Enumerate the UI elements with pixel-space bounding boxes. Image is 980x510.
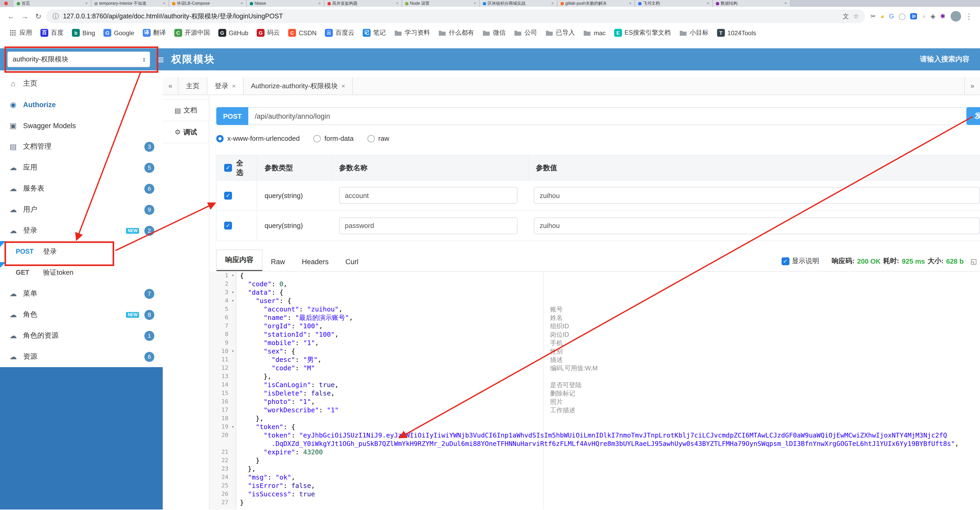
menu-dots-icon[interactable]: ⋮ — [963, 12, 975, 21]
bookmark-item[interactable]: mac — [579, 27, 609, 38]
response-tab[interactable]: 响应内容 — [216, 250, 262, 271]
tab-close-icon[interactable]: × — [163, 1, 165, 6]
browser-tab[interactable]: 飞书文档 × — [635, 0, 713, 7]
browser-tab[interactable]: Node 设置 × — [402, 0, 480, 7]
sidebar-item[interactable]: ☁ 资源 6 — [0, 346, 163, 367]
send-button[interactable]: 发 — [966, 107, 980, 125]
tab-close-icon[interactable]: × — [551, 1, 554, 6]
browser-tab[interactable]: 毕设LB-Compose × — [169, 0, 247, 7]
close-tab-icon[interactable]: × — [342, 82, 345, 89]
bookmark-item[interactable]: 小目标 — [676, 27, 712, 39]
bookmark-item[interactable]: G Google — [100, 27, 138, 38]
palette-icon[interactable]: ◕ — [881, 13, 885, 19]
bookmark-item[interactable]: 百 百度 — [37, 27, 67, 39]
fold-icon[interactable]: ▾ — [230, 288, 236, 297]
sidebar-item[interactable]: ☁ 角色的资源 1 — [0, 325, 163, 346]
sidebar-item[interactable]: ☁ 登录 NEW 2 — [0, 220, 163, 241]
open-doc-tab[interactable]: Authorize-authority-权限模块 × — [243, 77, 353, 94]
tab-close-icon[interactable]: × — [318, 1, 321, 6]
fold-icon[interactable]: ▾ — [230, 423, 236, 431]
tab-close-icon[interactable]: × — [629, 1, 632, 6]
dot-icon[interactable]: ● — [922, 13, 926, 19]
bookmark-item[interactable]: 云 百度云 — [321, 27, 358, 39]
expand-tabs-icon[interactable]: » — [964, 77, 980, 94]
response-tab[interactable]: Raw — [262, 253, 293, 271]
param-checkbox[interactable]: ✓ — [224, 191, 232, 199]
bookmark-item[interactable]: 应用 — [5, 27, 36, 39]
jp-badge-icon[interactable]: jp — [910, 13, 917, 19]
param-name-input[interactable]: account — [339, 187, 517, 204]
bookmark-item[interactable]: b Bing — [68, 27, 99, 38]
tab-close-icon[interactable]: × — [241, 1, 243, 6]
tab-debug[interactable]: ⚙ 调试 — [163, 121, 209, 143]
param-value-input[interactable]: zuihou — [534, 217, 980, 234]
close-tab-icon[interactable]: × — [232, 82, 236, 89]
tab-close-icon[interactable]: × — [474, 1, 476, 6]
select-all-checkbox[interactable]: ✓ — [224, 164, 232, 172]
response-body-editor[interactable]: 1 ▾ { 2 "code": 0, 3 ▾ "data": { 4 ▾ "us… — [210, 271, 980, 510]
ring-icon[interactable]: ◯ — [899, 13, 906, 19]
bookmark-item[interactable]: G GitHub — [215, 27, 252, 38]
sidebar-item[interactable]: ▣ Swagger Models — [0, 115, 163, 136]
browser-tab[interactable]: 数据结构 × — [713, 0, 791, 7]
screenshot-icon[interactable]: ✂ — [870, 13, 876, 19]
tab-close-icon[interactable]: × — [396, 1, 398, 6]
fold-icon[interactable]: ▾ — [230, 347, 236, 355]
sidebar-endpoint-get[interactable]: GET 验证token — [0, 262, 163, 283]
content-type-radio[interactable]: form-data — [313, 134, 353, 142]
bookmark-item[interactable]: E ES搜索引擎文档 — [611, 27, 675, 39]
browser-tab[interactable]: gitlab push失败的解决 × — [557, 0, 635, 7]
sidebar-item[interactable]: ▤ 文档管理 3 — [0, 136, 163, 157]
browser-tab[interactable]: 首页 × — [14, 0, 91, 7]
tab-doc[interactable]: ▤ 文档 — [163, 99, 209, 121]
response-tab[interactable]: Curl — [337, 253, 367, 271]
bookmark-item[interactable]: 已导入 — [542, 27, 578, 39]
tab-close-icon[interactable]: × — [707, 1, 709, 6]
forward-icon[interactable]: → — [19, 12, 30, 21]
sidebar-item[interactable]: ☁ 菜单 7 — [0, 283, 163, 304]
address-bar[interactable]: ⓘ 127.0.0.1:8760/api/gate/doc.html#/auth… — [46, 10, 865, 23]
bookmark-item[interactable]: 学习资料 — [391, 27, 434, 39]
google-icon[interactable]: G — [889, 13, 894, 19]
bookmark-item[interactable]: 公司 — [510, 27, 541, 39]
request-path-input[interactable]: /api/authority/anno/login — [248, 107, 980, 125]
bookmark-item[interactable]: T 1024Tools — [713, 27, 760, 38]
sidebar-item[interactable]: ☁ 服务表 6 — [0, 178, 163, 199]
open-doc-tab[interactable]: 登录 × — [207, 77, 243, 94]
tab-close-icon[interactable]: × — [784, 1, 787, 6]
translate-icon[interactable]: 文 — [843, 12, 849, 21]
param-checkbox[interactable]: ✓ — [224, 222, 232, 230]
param-value-input[interactable]: zuihou — [534, 187, 980, 204]
content-type-radio[interactable]: raw — [367, 134, 389, 142]
show-desc-checkbox[interactable]: ✓ — [781, 257, 789, 265]
profile-avatar[interactable] — [951, 11, 961, 22]
back-icon[interactable]: ← — [5, 12, 17, 21]
bookmark-item[interactable]: 微信 — [479, 27, 509, 39]
module-select[interactable]: authority-权限模块 ▴▾ — [7, 51, 150, 67]
bookmark-item[interactable]: 译 翻译 — [139, 27, 169, 39]
bookmark-item[interactable]: 什么都有 — [434, 27, 478, 39]
browser-tab[interactable]: 高并发架构题 × — [325, 0, 402, 7]
open-doc-tab[interactable]: 主页 — [178, 77, 207, 94]
param-name-input[interactable]: password — [339, 217, 517, 234]
sidebar-item[interactable]: ☁ 用户 9 — [0, 199, 163, 220]
reload-icon[interactable]: ↻ — [33, 12, 44, 21]
bookmark-item[interactable]: C 开源中国 — [170, 27, 213, 39]
bookmark-item[interactable]: C CSDN — [285, 27, 320, 38]
sidebar-item[interactable]: ◉ Authorize — [0, 94, 163, 115]
sidebar-item[interactable]: ☁ 应用 5 — [0, 157, 163, 178]
bookmark-star-icon[interactable]: ☆ — [853, 13, 859, 20]
sidebar-item[interactable]: ⌂ 主页 — [0, 73, 163, 94]
window-close-button[interactable] — [4, 2, 8, 5]
collapse-tabs-icon[interactable]: « — [163, 77, 178, 94]
pinwheel-icon[interactable]: ✱ — [940, 13, 945, 19]
header-search-input[interactable]: 请输入搜索内容 — [920, 55, 973, 64]
fold-icon[interactable]: ▾ — [230, 297, 236, 305]
menu-icon[interactable]: ≡ — [158, 54, 164, 65]
content-type-radio[interactable]: x-www-form-urlencoded — [216, 134, 300, 142]
bookmark-item[interactable]: 记 笔记 — [359, 27, 390, 39]
browser-tab[interactable]: temporary-Interior 不知道 × — [91, 0, 169, 7]
browser-tab[interactable]: hbase × — [247, 0, 325, 7]
bookmark-item[interactable]: G 码云 — [253, 27, 283, 39]
browser-tab[interactable]: 区块链积分商城实战 × — [480, 0, 557, 7]
